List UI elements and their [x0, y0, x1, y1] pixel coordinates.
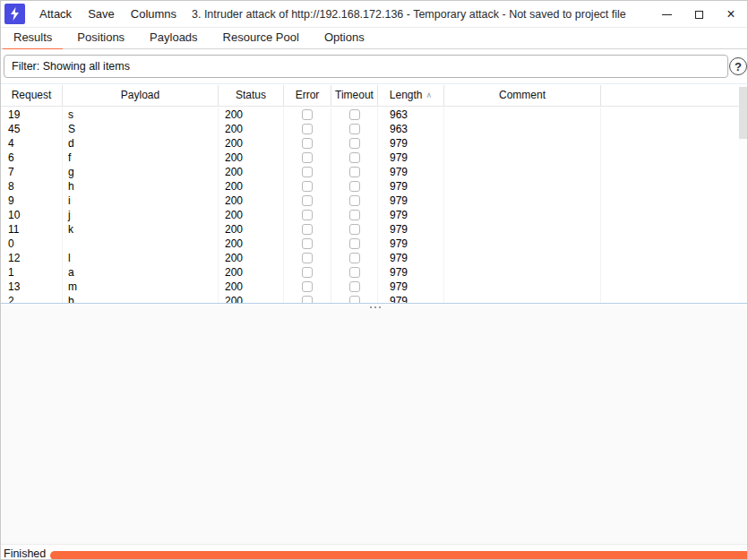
tab-positions[interactable]: Positions: [64, 29, 137, 49]
timeout-checkbox[interactable]: [349, 224, 360, 235]
maximize-button[interactable]: [683, 1, 715, 28]
table-row[interactable]: 4 d 200 979: [1, 136, 741, 151]
tab-results[interactable]: Results: [1, 29, 64, 49]
column-header-error[interactable]: Error: [284, 85, 331, 107]
cell-comment: [444, 251, 601, 265]
error-checkbox[interactable]: [302, 167, 313, 177]
table-header: Request Payload Status Error Timeout Len…: [1, 85, 741, 107]
column-header-length[interactable]: Length∧: [378, 85, 444, 107]
timeout-checkbox[interactable]: [349, 109, 360, 120]
table-row[interactable]: 12 l 200 979: [1, 251, 741, 265]
column-header-request[interactable]: Request: [1, 85, 63, 107]
timeout-checkbox[interactable]: [349, 167, 360, 177]
vertical-scrollbar[interactable]: [739, 85, 747, 303]
timeout-checkbox[interactable]: [349, 181, 360, 192]
splitter-grip-icon: [370, 306, 372, 308]
cell-timeout: [331, 108, 378, 122]
timeout-checkbox[interactable]: [349, 195, 360, 206]
timeout-checkbox[interactable]: [349, 238, 360, 249]
error-checkbox[interactable]: [302, 267, 313, 278]
table-row[interactable]: 6 f 200 979: [1, 151, 741, 165]
timeout-checkbox[interactable]: [349, 267, 360, 278]
menu-columns[interactable]: Columns: [123, 1, 185, 28]
scrollbar-thumb[interactable]: [739, 87, 747, 139]
filter-bar: Filter: Showing all items ?: [1, 49, 747, 83]
cell-payload: a: [63, 265, 219, 280]
table-row[interactable]: 7 g 200 979: [1, 165, 741, 179]
cell-request: 10: [1, 208, 63, 222]
table-row[interactable]: 45 S 200 963: [1, 122, 741, 136]
table-body: 19 s 200 963 45 S 200 963 4 d 200 979 6 …: [1, 108, 741, 303]
timeout-checkbox[interactable]: [349, 296, 360, 303]
table-row[interactable]: 9 i 200 979: [1, 194, 741, 208]
error-checkbox[interactable]: [302, 195, 313, 206]
menubar: Attack Save Columns: [31, 1, 185, 28]
table-row[interactable]: 2 b 200 979: [1, 294, 741, 303]
error-checkbox[interactable]: [302, 253, 313, 263]
cell-status: 200: [219, 194, 284, 208]
table-row[interactable]: 1 a 200 979: [1, 265, 741, 280]
cell-error: [284, 280, 331, 294]
cell-length: 979: [378, 294, 444, 303]
cell-status: 200: [219, 208, 284, 222]
error-checkbox[interactable]: [302, 296, 313, 303]
cell-empty: [601, 108, 741, 122]
tab-payloads[interactable]: Payloads: [137, 29, 210, 49]
tab-resource-pool[interactable]: Resource Pool: [211, 29, 312, 49]
minimize-button[interactable]: [650, 1, 683, 28]
cell-payload: s: [63, 108, 219, 122]
timeout-checkbox[interactable]: [349, 152, 360, 163]
error-checkbox[interactable]: [302, 181, 313, 192]
column-header-timeout[interactable]: Timeout: [331, 85, 378, 107]
timeout-checkbox[interactable]: [349, 124, 360, 134]
cell-error: [284, 251, 331, 265]
table-row[interactable]: 13 m 200 979: [1, 280, 741, 294]
cell-error: [284, 222, 331, 237]
filter-summary[interactable]: Filter: Showing all items: [4, 55, 728, 78]
timeout-checkbox[interactable]: [349, 210, 360, 220]
cell-empty: [601, 251, 741, 265]
tab-options[interactable]: Options: [312, 29, 377, 49]
error-checkbox[interactable]: [302, 124, 313, 134]
panel-splitter[interactable]: [1, 303, 747, 310]
error-checkbox[interactable]: [302, 281, 313, 292]
cell-request: 0: [1, 237, 63, 251]
cell-error: [284, 151, 331, 165]
cell-error: [284, 179, 331, 194]
column-header-payload[interactable]: Payload: [63, 85, 219, 107]
column-header-status[interactable]: Status: [219, 85, 284, 107]
cell-timeout: [331, 136, 378, 151]
cell-comment: [444, 179, 601, 194]
menu-attack[interactable]: Attack: [31, 1, 80, 28]
error-checkbox[interactable]: [302, 152, 313, 163]
column-header-comment[interactable]: Comment: [444, 85, 601, 107]
table-row[interactable]: 11 k 200 979: [1, 222, 741, 237]
table-row[interactable]: 8 h 200 979: [1, 179, 741, 194]
cell-empty: [601, 280, 741, 294]
cell-request: 6: [1, 151, 63, 165]
menu-save[interactable]: Save: [80, 1, 123, 28]
cell-payload: S: [63, 122, 219, 136]
cell-request: 45: [1, 122, 63, 136]
cell-timeout: [331, 208, 378, 222]
cell-timeout: [331, 280, 378, 294]
error-checkbox[interactable]: [302, 224, 313, 235]
help-icon[interactable]: ?: [729, 57, 747, 75]
error-checkbox[interactable]: [302, 109, 313, 120]
cell-empty: [601, 151, 741, 165]
close-button[interactable]: ×: [715, 1, 747, 28]
cell-length: 979: [378, 136, 444, 151]
tab-bar: Results Positions Payloads Resource Pool…: [1, 29, 747, 49]
table-row[interactable]: 19 s 200 963: [1, 108, 741, 122]
table-row[interactable]: 0 200 979: [1, 237, 741, 251]
error-checkbox[interactable]: [302, 238, 313, 249]
table-row[interactable]: 10 j 200 979: [1, 208, 741, 222]
error-checkbox[interactable]: [302, 210, 313, 220]
timeout-checkbox[interactable]: [349, 281, 360, 292]
error-checkbox[interactable]: [302, 138, 313, 149]
cell-status: 200: [219, 179, 284, 194]
cell-comment: [444, 151, 601, 165]
column-header-length-label: Length: [390, 89, 423, 101]
timeout-checkbox[interactable]: [349, 253, 360, 263]
timeout-checkbox[interactable]: [349, 138, 360, 149]
